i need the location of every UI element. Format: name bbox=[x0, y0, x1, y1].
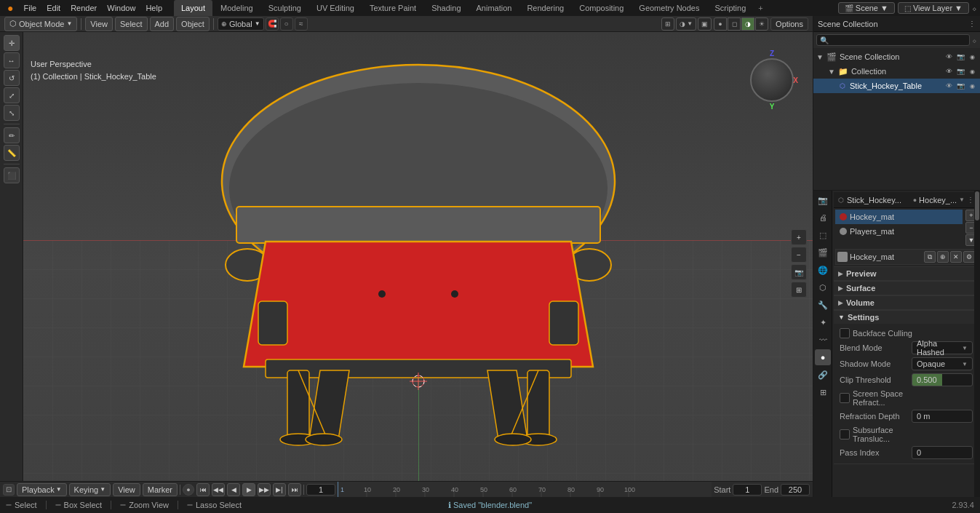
blend-mode-dropdown[interactable]: Alpha Hashed bbox=[912, 341, 973, 354]
menu-edit[interactable]: Edit bbox=[42, 2, 65, 14]
hockey-eye-icon[interactable]: 👁 bbox=[944, 81, 954, 91]
props-scrollbar[interactable] bbox=[974, 191, 980, 513]
hockey-render-icon[interactable]: 📷 bbox=[955, 81, 965, 91]
shadow-mode-dropdown[interactable]: Opaque bbox=[912, 357, 973, 370]
overlay-dropdown[interactable]: ◑ ▼ bbox=[676, 17, 696, 31]
start-frame-input[interactable] bbox=[733, 484, 762, 496]
clip-threshold-slider[interactable]: 0.500 bbox=[912, 373, 973, 386]
tl-next-keyframe-btn[interactable]: ▶| bbox=[273, 483, 286, 496]
current-frame-input[interactable] bbox=[306, 484, 335, 496]
select-menu-button[interactable]: Select bbox=[115, 17, 148, 31]
outliner-item-collection[interactable]: ▼ 📁 Collection 👁 📷 ◉ bbox=[813, 64, 980, 79]
prop-physics-icon[interactable]: 〰 bbox=[815, 332, 831, 348]
hockey-holdout-icon[interactable]: ◉ bbox=[967, 81, 977, 91]
view-zoom-in[interactable]: + bbox=[791, 229, 807, 245]
timeline-ruler[interactable]: 1 10 20 30 40 50 60 70 80 90 100 bbox=[338, 482, 712, 497]
cursor-tool[interactable]: ✛ bbox=[4, 35, 20, 51]
shading-wireframe-btn[interactable]: ◻ bbox=[728, 17, 741, 31]
annotate-tool[interactable]: ✏ bbox=[4, 127, 20, 143]
scale-tool[interactable]: ⤢ bbox=[4, 87, 20, 103]
end-frame-input[interactable] bbox=[781, 484, 810, 496]
view-menu-button[interactable]: View bbox=[85, 17, 113, 31]
view-zoom-out[interactable]: − bbox=[791, 247, 807, 263]
tl-next-frame-btn[interactable]: ▶▶ bbox=[258, 483, 271, 496]
view-grid[interactable]: ⊞ bbox=[791, 282, 807, 298]
keying-btn[interactable]: Keying ▼ bbox=[69, 483, 111, 496]
prop-view-layer-icon[interactable]: ⬚ bbox=[815, 227, 831, 243]
tab-layout[interactable]: Layout bbox=[174, 0, 212, 16]
shading-rendered-btn[interactable]: ☀ bbox=[755, 17, 768, 31]
marker-btn[interactable]: Marker bbox=[143, 483, 178, 496]
tl-record-btn[interactable]: ● bbox=[183, 484, 194, 496]
outliner-holdout-icon[interactable]: ◉ bbox=[967, 52, 977, 62]
tab-modeling[interactable]: Modeling bbox=[213, 0, 260, 16]
object-mode-button[interactable]: ⬡ Object Mode ▼ bbox=[4, 17, 77, 31]
options-button[interactable]: Options bbox=[770, 17, 808, 31]
tab-shading[interactable]: Shading bbox=[424, 0, 468, 16]
snap-magnet-btn[interactable]: 🧲 bbox=[266, 17, 279, 31]
outliner-search[interactable] bbox=[816, 34, 970, 46]
hockey-table-object[interactable] bbox=[164, 47, 673, 469]
volume-collapse-header[interactable]: ▶ Volume bbox=[834, 296, 979, 309]
props-scrollbar-thumb[interactable] bbox=[975, 191, 979, 220]
shading-solid-btn[interactable]: ● bbox=[714, 17, 727, 31]
refraction-depth-control[interactable]: 0 m bbox=[912, 410, 973, 423]
tl-skip-start-btn[interactable]: ⏮ bbox=[196, 483, 210, 496]
outliner-item-stick-hockey[interactable]: ⬡ Stick_Hockey_Table 👁 📷 ◉ bbox=[813, 79, 980, 93]
outliner-options-btn[interactable]: ⋮ bbox=[968, 20, 976, 28]
settings-collapse-header[interactable]: ▼ Settings bbox=[834, 311, 979, 324]
mat-node-new[interactable]: ⊕ bbox=[937, 251, 949, 263]
gizmo-toggle-btn[interactable]: ⊞ bbox=[661, 17, 674, 31]
timeline-mode-btn[interactable]: ⊡ bbox=[3, 484, 15, 496]
tl-skip-end-btn[interactable]: ⏭ bbox=[288, 483, 301, 496]
tab-uv-editing[interactable]: UV Editing bbox=[309, 0, 362, 16]
surface-collapse-header[interactable]: ▶ Surface bbox=[834, 282, 979, 295]
prop-render-icon[interactable]: 📷 bbox=[815, 192, 831, 208]
col-holdout-icon[interactable]: ◉ bbox=[967, 66, 977, 76]
material-header-options[interactable]: ⋮ bbox=[967, 196, 974, 204]
object-menu-button[interactable]: Object bbox=[176, 17, 210, 31]
tl-play-btn[interactable]: ▶ bbox=[242, 483, 255, 496]
prop-particles-icon[interactable]: ✦ bbox=[815, 314, 831, 330]
mat-item-hockey[interactable]: Hockey_mat bbox=[835, 210, 963, 224]
subsurface-transluc-checkbox[interactable] bbox=[840, 429, 850, 440]
tab-scripting[interactable]: Scripting bbox=[707, 0, 753, 16]
mat-node-unlink[interactable]: ✕ bbox=[950, 251, 962, 263]
outliner-filter-btn[interactable]: ⬦ bbox=[972, 36, 977, 44]
prop-output-icon[interactable]: 🖨 bbox=[815, 210, 831, 226]
measure-tool[interactable]: 📏 bbox=[4, 145, 20, 161]
prop-material-icon[interactable]: ● bbox=[815, 349, 831, 365]
preview-collapse-header[interactable]: ▶ Preview bbox=[834, 267, 979, 280]
mat-node-settings[interactable]: ⚙ bbox=[963, 251, 975, 263]
outliner-eye-icon[interactable]: 👁 bbox=[944, 52, 954, 62]
prop-scene-icon[interactable]: 🎬 bbox=[815, 244, 831, 261]
tl-view-btn[interactable]: View bbox=[113, 483, 140, 496]
transform-dropdown[interactable]: ⊕ Global ▼ bbox=[218, 17, 264, 31]
proportional-edit-btn[interactable]: ○ bbox=[280, 17, 293, 31]
backface-culling-checkbox[interactable] bbox=[840, 328, 850, 338]
pass-index-control[interactable]: 0 bbox=[912, 446, 973, 459]
transform-tool[interactable]: ⤡ bbox=[4, 105, 20, 121]
screen-space-refract-checkbox[interactable] bbox=[840, 393, 850, 403]
outliner-item-scene-collection[interactable]: ▼ 🎬 Scene Collection 👁 📷 ◉ bbox=[813, 49, 980, 64]
prop-data-icon[interactable]: ⊞ bbox=[815, 384, 831, 400]
blender-icon[interactable]: ● bbox=[3, 1, 17, 15]
view-layer-selector[interactable]: ⬚ View Layer ▼ bbox=[898, 2, 969, 14]
filter-icon[interactable]: ⬦ bbox=[972, 4, 977, 12]
shading-material-btn[interactable]: ◑ bbox=[741, 17, 754, 31]
playback-btn[interactable]: Playback ▼ bbox=[17, 483, 67, 496]
menu-window[interactable]: Window bbox=[103, 2, 140, 14]
move-tool[interactable]: ↔ bbox=[4, 52, 20, 68]
prop-constraints-icon[interactable]: 🔗 bbox=[815, 367, 831, 383]
tab-animation[interactable]: Animation bbox=[469, 0, 519, 16]
add-workspace-button[interactable]: + bbox=[754, 2, 767, 14]
tab-compositing[interactable]: Compositing bbox=[572, 0, 631, 16]
tl-prev-frame-btn[interactable]: ◀ bbox=[227, 483, 240, 496]
menu-render[interactable]: Render bbox=[66, 2, 101, 14]
xray-toggle[interactable]: ▣ bbox=[698, 17, 712, 31]
tab-texture-paint[interactable]: Texture Paint bbox=[362, 0, 423, 16]
view-camera[interactable]: 📷 bbox=[791, 264, 807, 280]
col-render-icon[interactable]: 📷 bbox=[955, 66, 965, 76]
tab-sculpting[interactable]: Sculpting bbox=[261, 0, 308, 16]
menu-help[interactable]: Help bbox=[141, 2, 167, 14]
